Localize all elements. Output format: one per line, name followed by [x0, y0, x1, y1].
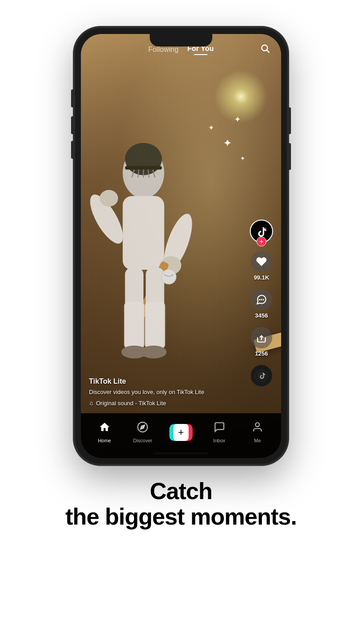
phone-notch	[150, 34, 212, 47]
sparkle-4: ✦	[234, 114, 241, 124]
create-button-inner: +	[169, 424, 193, 441]
right-actions: + 99.1K	[250, 220, 273, 386]
headline-line1: Catch	[65, 479, 296, 504]
nav-home[interactable]: Home	[91, 421, 118, 443]
comment-button[interactable]: 3456	[251, 289, 272, 319]
shares-count: 1256	[255, 350, 268, 357]
sparkle-1: ✦	[223, 137, 232, 149]
following-tab[interactable]: Following	[148, 46, 179, 54]
comment-icon	[251, 289, 272, 310]
tiktok-disc	[255, 369, 268, 382]
headline-line2: the biggest moments.	[65, 504, 296, 530]
sparkle-3: ✦	[240, 155, 245, 162]
svg-rect-17	[145, 302, 165, 348]
phone-screen: ✦ ✦ ✦ ✦	[81, 34, 281, 458]
me-label: Me	[254, 438, 261, 443]
svg-point-33	[256, 423, 260, 427]
svg-point-19	[141, 346, 167, 359]
svg-rect-8	[123, 196, 164, 270]
music-info: ♫ Original sound - TikTok Lite	[89, 400, 245, 407]
music-disc-icon	[251, 365, 272, 386]
inbox-label: Inbox	[213, 438, 225, 443]
bottom-navigation: Home Discover +	[81, 413, 281, 458]
sparkle-2: ✦	[208, 123, 214, 132]
likes-count: 99.1K	[254, 274, 269, 281]
comments-count: 3456	[255, 312, 268, 319]
svg-rect-2	[125, 166, 162, 169]
profile-icon	[252, 421, 263, 436]
nav-inbox[interactable]: Inbox	[206, 421, 233, 443]
svg-point-26	[263, 299, 264, 300]
create-btn-white: +	[173, 424, 189, 441]
inbox-icon	[214, 421, 225, 436]
svg-rect-16	[124, 302, 144, 348]
creator-name: TikTok Lite	[89, 377, 245, 386]
svg-point-25	[261, 299, 262, 300]
create-button[interactable]: +	[169, 424, 193, 441]
share-icon	[251, 327, 272, 348]
heart-icon	[251, 251, 272, 272]
nav-create[interactable]: +	[168, 424, 194, 441]
discover-label: Discover	[133, 438, 152, 443]
like-button[interactable]: 99.1K	[251, 251, 272, 281]
share-button[interactable]: 1256	[251, 327, 272, 357]
phone-mockup: ✦ ✦ ✦ ✦	[74, 27, 288, 465]
svg-marker-32	[141, 425, 145, 429]
nav-me[interactable]: Me	[244, 421, 271, 443]
music-text: Original sound - TikTok Lite	[96, 400, 166, 407]
music-note-icon: ♫	[89, 400, 93, 407]
home-icon	[99, 421, 110, 436]
home-label: Home	[98, 438, 111, 443]
video-info: TikTok Lite Discover videos you love, on…	[89, 377, 245, 407]
headline: Catch the biggest moments.	[47, 479, 314, 530]
svg-point-24	[259, 299, 260, 300]
video-description: Discover videos you love, only on TikTok…	[89, 388, 245, 396]
discover-icon	[137, 421, 148, 436]
nav-discover[interactable]: Discover	[129, 421, 156, 443]
svg-point-11	[100, 190, 118, 207]
search-icon[interactable]	[260, 43, 270, 56]
creator-avatar[interactable]: +	[250, 220, 273, 243]
svg-line-22	[267, 50, 269, 52]
stadium-lights	[214, 70, 268, 123]
follow-plus-badge: +	[257, 237, 266, 246]
svg-point-20	[161, 269, 176, 284]
